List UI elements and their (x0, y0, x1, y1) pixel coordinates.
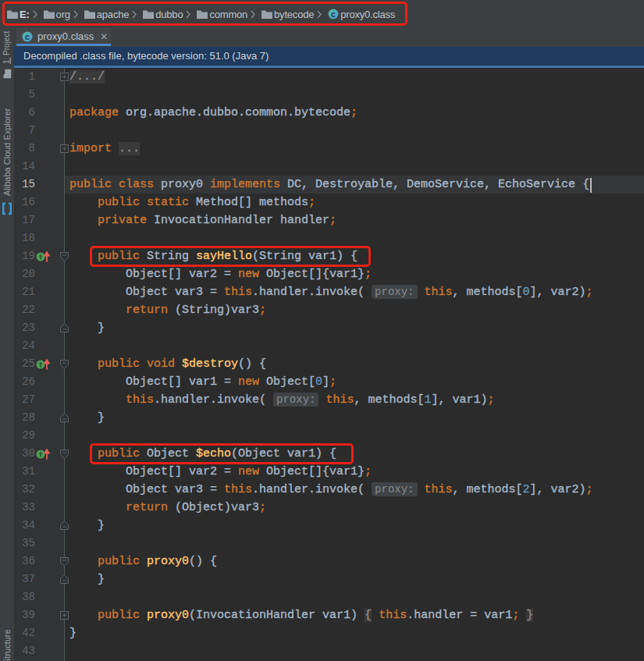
svg-text:c: c (25, 32, 30, 41)
